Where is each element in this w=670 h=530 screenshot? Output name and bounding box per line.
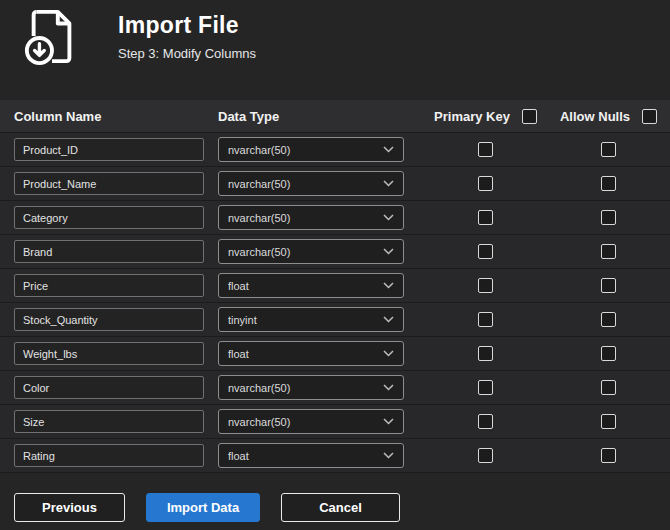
data-type-value: float <box>228 450 249 462</box>
table-row: tinyint <box>0 303 670 337</box>
data-type-select[interactable]: nvarchar(50) <box>218 205 404 230</box>
previous-button[interactable]: Previous <box>14 493 125 522</box>
primary-key-checkbox[interactable] <box>478 176 493 191</box>
chevron-down-icon <box>383 214 394 221</box>
chevron-down-icon <box>383 180 394 187</box>
primary-key-checkbox[interactable] <box>478 448 493 463</box>
allow-nulls-checkbox[interactable] <box>601 176 616 191</box>
dialog-footer: Previous Import Data Cancel <box>0 473 670 522</box>
allow-nulls-checkbox[interactable] <box>601 278 616 293</box>
chevron-down-icon <box>383 452 394 459</box>
cancel-button[interactable]: Cancel <box>281 493 400 522</box>
column-name-input[interactable] <box>14 138 204 161</box>
data-type-select[interactable]: nvarchar(50) <box>218 171 404 196</box>
primary-key-checkbox[interactable] <box>478 312 493 327</box>
data-type-select[interactable]: nvarchar(50) <box>218 409 404 434</box>
page-subtitle: Step 3: Modify Columns <box>118 46 256 61</box>
column-name-input[interactable] <box>14 342 204 365</box>
table-row: float <box>0 337 670 371</box>
dialog-header: Import File Step 3: Modify Columns <box>0 0 670 66</box>
allow-nulls-header: Allow Nulls <box>547 109 670 124</box>
data-type-select[interactable]: float <box>218 341 404 366</box>
data-type-value: tinyint <box>228 314 257 326</box>
data-type-select[interactable]: nvarchar(50) <box>218 137 404 162</box>
data-type-value: nvarchar(50) <box>228 212 290 224</box>
data-type-value: nvarchar(50) <box>228 416 290 428</box>
table-row: nvarchar(50) <box>0 201 670 235</box>
chevron-down-icon <box>383 384 394 391</box>
primary-key-header: Primary Key <box>424 109 547 124</box>
chevron-down-icon <box>383 418 394 425</box>
allow-nulls-checkbox[interactable] <box>601 414 616 429</box>
data-type-select[interactable]: nvarchar(50) <box>218 375 404 400</box>
primary-key-header-label: Primary Key <box>434 109 510 124</box>
page-title: Import File <box>118 12 256 39</box>
data-type-value: nvarchar(50) <box>228 246 290 258</box>
data-type-header: Data Type <box>218 109 424 124</box>
allow-nulls-checkbox[interactable] <box>601 346 616 361</box>
chevron-down-icon <box>383 350 394 357</box>
allow-nulls-header-checkbox[interactable] <box>642 109 657 124</box>
table-row: float <box>0 269 670 303</box>
column-name-input[interactable] <box>14 444 204 467</box>
table-row: nvarchar(50) <box>0 371 670 405</box>
import-file-icon <box>20 8 84 66</box>
allow-nulls-checkbox[interactable] <box>601 448 616 463</box>
chevron-down-icon <box>383 248 394 255</box>
column-name-input[interactable] <box>14 376 204 399</box>
column-list: nvarchar(50) nvarchar(50) nvarchar(50) n… <box>0 133 670 473</box>
table-row: nvarchar(50) <box>0 133 670 167</box>
data-type-select[interactable]: float <box>218 443 404 468</box>
table-row: nvarchar(50) <box>0 405 670 439</box>
column-name-input[interactable] <box>14 410 204 433</box>
allow-nulls-checkbox[interactable] <box>601 210 616 225</box>
column-name-header: Column Name <box>0 109 218 124</box>
allow-nulls-checkbox[interactable] <box>601 142 616 157</box>
column-name-input[interactable] <box>14 274 204 297</box>
import-data-button[interactable]: Import Data <box>146 493 260 522</box>
column-name-input[interactable] <box>14 206 204 229</box>
column-name-input[interactable] <box>14 172 204 195</box>
data-type-value: nvarchar(50) <box>228 178 290 190</box>
primary-key-checkbox[interactable] <box>478 346 493 361</box>
chevron-down-icon <box>383 282 394 289</box>
table-row: float <box>0 439 670 473</box>
column-name-input[interactable] <box>14 240 204 263</box>
primary-key-checkbox[interactable] <box>478 380 493 395</box>
header-text: Import File Step 3: Modify Columns <box>118 8 256 61</box>
data-type-value: nvarchar(50) <box>228 144 290 156</box>
data-type-select[interactable]: float <box>218 273 404 298</box>
allow-nulls-checkbox[interactable] <box>601 244 616 259</box>
primary-key-checkbox[interactable] <box>478 278 493 293</box>
primary-key-header-checkbox[interactable] <box>522 109 537 124</box>
data-type-select[interactable]: tinyint <box>218 307 404 332</box>
allow-nulls-header-label: Allow Nulls <box>560 109 630 124</box>
table-row: nvarchar(50) <box>0 235 670 269</box>
chevron-down-icon <box>383 316 394 323</box>
data-type-value: nvarchar(50) <box>228 382 290 394</box>
column-name-input[interactable] <box>14 308 204 331</box>
primary-key-checkbox[interactable] <box>478 142 493 157</box>
table-header: Column Name Data Type Primary Key Allow … <box>0 100 670 133</box>
allow-nulls-checkbox[interactable] <box>601 312 616 327</box>
primary-key-checkbox[interactable] <box>478 414 493 429</box>
data-type-value: float <box>228 348 249 360</box>
table-row: nvarchar(50) <box>0 167 670 201</box>
primary-key-checkbox[interactable] <box>478 210 493 225</box>
data-type-value: float <box>228 280 249 292</box>
primary-key-checkbox[interactable] <box>478 244 493 259</box>
allow-nulls-checkbox[interactable] <box>601 380 616 395</box>
data-type-select[interactable]: nvarchar(50) <box>218 239 404 264</box>
chevron-down-icon <box>383 146 394 153</box>
